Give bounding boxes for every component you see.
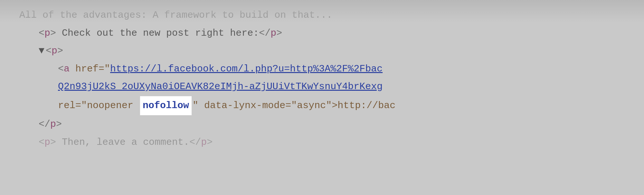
end-tag-open-1: </ [259,24,270,42]
end-tag-close-7: > [207,134,213,152]
tag-p-7: p [44,134,50,152]
tag-p-1: p [44,24,50,42]
end-tag-p-1: p [270,24,276,42]
end-p-close: > [56,116,62,134]
end-tag-open-7: </ [189,134,201,152]
tag-open-bracket-2: < [46,42,52,60]
tag-open-bracket-7: < [39,134,44,152]
tag-close-bracket-1: > [50,24,56,42]
triangle-icon: ▼ [39,42,44,60]
attr-rel-end: " [193,97,198,115]
attr-href: href=" [70,60,110,78]
attr-rel: rel="noopener [58,97,139,115]
line7-text: Then, leave a comment. [56,134,189,152]
nofollow-highlight: nofollow [140,96,192,116]
attr-data-lynx: data-lynx-mode="async">http://bac [198,97,395,115]
tag-close-bracket-7: > [50,134,56,152]
code-line-7: <p> Then, leave a comment.</p> [19,134,625,152]
href-value-cont[interactable]: Q2n93jU2kS_2oUXyNa0iOEAVK82eIMjh-aZjUUiV… [58,78,383,96]
end-tag-p-7: p [201,134,207,152]
end-p-tag: p [50,116,56,134]
tag-close-bracket-2: > [57,42,63,60]
code-line-5: rel="noopener nofollow" data-lynx-mode="… [19,96,625,116]
code-line-2: ▼<p> [19,42,625,60]
faded-top-line: All of the advantages: A framework to bu… [19,6,625,24]
code-line-6: </p> [19,116,625,134]
tag-a: a [64,60,70,78]
code-line-3: <a href="https://l.facebook.com/l.php?u=… [19,60,625,78]
line1-text: Check out the new post right here: [56,24,259,42]
code-line-4: Q2n93jU2kS_2oUXyNa0iOEAVK82eIMjh-aZjUUiV… [19,78,625,96]
tag-p-2: p [52,42,57,60]
a-open-bracket: < [58,60,64,78]
href-value[interactable]: https://l.facebook.com/l.php?u=http%3A%2… [110,60,383,78]
faded-text: All of the advantages: A framework to bu… [19,6,332,24]
end-p-open: </ [39,116,50,134]
code-line-1: <p> Check out the new post right here:</… [19,24,625,42]
end-tag-close-1: > [276,24,282,42]
code-view: All of the advantages: A framework to bu… [0,0,644,195]
tag-open-bracket-1: < [39,24,44,42]
